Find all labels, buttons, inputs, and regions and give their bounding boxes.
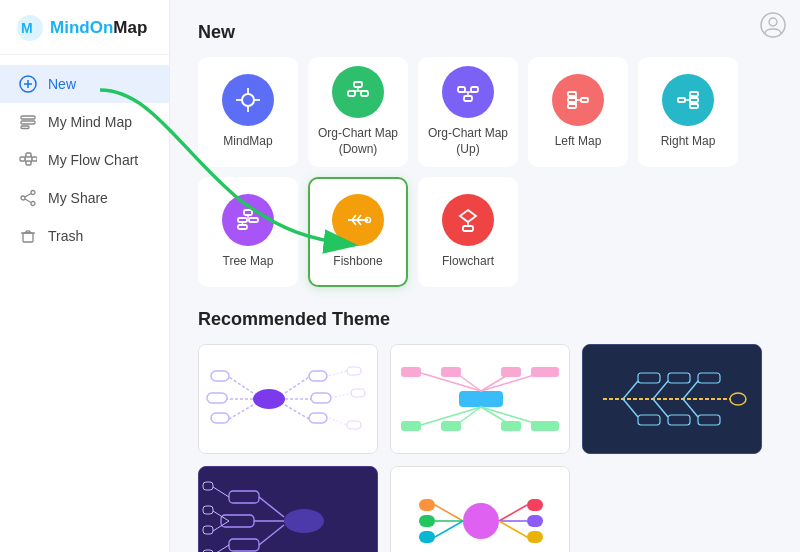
org-chart-down-label: Org-Chart Map (Down) — [310, 126, 406, 157]
map-card-left-map[interactable]: Left Map — [528, 57, 628, 167]
svg-line-20 — [25, 199, 31, 203]
svg-point-28 — [242, 94, 254, 106]
svg-rect-52 — [690, 92, 698, 96]
svg-rect-69 — [463, 226, 473, 231]
sidebar-item-trash[interactable]: Trash — [0, 217, 169, 255]
svg-rect-54 — [690, 104, 698, 108]
svg-rect-105 — [501, 421, 521, 431]
trash-icon — [18, 226, 38, 246]
right-map-icon — [662, 74, 714, 126]
flow-chart-icon — [18, 150, 38, 170]
svg-rect-38 — [464, 96, 472, 101]
theme-4-preview — [199, 467, 377, 552]
svg-rect-150 — [527, 515, 543, 527]
map-card-org-chart-up[interactable]: Org-Chart Map (Up) — [418, 57, 518, 167]
main-content: New MindMap Org-Chart Map (Down) — [170, 0, 800, 552]
svg-rect-95 — [441, 367, 461, 377]
svg-rect-46 — [568, 92, 576, 96]
svg-point-71 — [253, 389, 285, 409]
svg-point-16 — [31, 191, 35, 195]
map-card-tree-map[interactable]: Tree Map — [198, 177, 298, 287]
theme-card-2[interactable] — [390, 344, 570, 454]
svg-line-14 — [31, 155, 32, 159]
svg-text:M: M — [21, 20, 33, 36]
map-card-mindmap[interactable]: MindMap — [198, 57, 298, 167]
sidebar-item-my-share-label: My Share — [48, 190, 108, 206]
map-card-right-map[interactable]: Right Map — [638, 57, 738, 167]
new-section-title: New — [198, 22, 772, 43]
svg-point-18 — [21, 196, 25, 200]
mind-map-icon — [18, 112, 38, 132]
sidebar-item-new-label: New — [48, 76, 76, 92]
left-map-icon — [552, 74, 604, 126]
org-chart-up-icon — [442, 66, 494, 118]
sidebar-item-my-flow-chart[interactable]: My Flow Chart — [0, 141, 169, 179]
map-card-flowchart[interactable]: Flowchart — [418, 177, 518, 287]
svg-rect-5 — [21, 116, 35, 119]
tree-map-icon — [222, 194, 274, 246]
svg-rect-49 — [678, 98, 685, 102]
sidebar-item-my-mind-map-label: My Mind Map — [48, 114, 132, 130]
svg-rect-53 — [690, 98, 698, 102]
svg-rect-148 — [527, 499, 543, 511]
map-card-fishbone[interactable]: Fishbone — [308, 177, 408, 287]
svg-rect-91 — [459, 391, 503, 407]
logo-icon: M — [16, 14, 44, 42]
fishbone-icon — [332, 194, 384, 246]
svg-rect-21 — [23, 233, 33, 242]
mindmap-label: MindMap — [223, 134, 272, 150]
theme-card-5[interactable] — [390, 466, 570, 552]
svg-rect-37 — [361, 91, 368, 96]
theme-card-4[interactable] — [198, 466, 378, 552]
svg-point-27 — [769, 18, 777, 26]
svg-line-12 — [25, 155, 26, 159]
map-card-org-chart-down[interactable]: Org-Chart Map (Down) — [308, 57, 408, 167]
sidebar-item-trash-label: Trash — [48, 228, 83, 244]
left-map-label: Left Map — [555, 134, 602, 150]
theme-1-preview — [199, 345, 377, 453]
svg-point-17 — [31, 202, 35, 206]
svg-rect-10 — [26, 161, 31, 165]
right-map-label: Right Map — [661, 134, 716, 150]
fishbone-label: Fishbone — [333, 254, 382, 270]
svg-rect-60 — [238, 225, 247, 229]
svg-marker-67 — [460, 210, 476, 222]
flowchart-icon — [442, 194, 494, 246]
user-icon — [760, 12, 786, 38]
svg-rect-146 — [419, 531, 435, 543]
tree-map-label: Tree Map — [223, 254, 274, 270]
theme-2-preview — [391, 345, 569, 453]
svg-rect-101 — [401, 421, 421, 431]
svg-rect-8 — [20, 157, 25, 161]
svg-rect-103 — [441, 421, 461, 431]
sidebar-item-my-share[interactable]: My Share — [0, 179, 169, 217]
svg-line-13 — [25, 159, 26, 163]
mindmap-icon — [222, 74, 274, 126]
flowchart-label: Flowchart — [442, 254, 494, 270]
svg-rect-36 — [348, 91, 355, 96]
theme-card-1[interactable] — [198, 344, 378, 454]
svg-point-140 — [463, 503, 499, 539]
svg-rect-57 — [238, 218, 247, 222]
svg-rect-9 — [26, 153, 31, 157]
org-chart-down-icon — [332, 66, 384, 118]
theme-card-3[interactable] — [582, 344, 762, 454]
svg-rect-58 — [249, 218, 258, 222]
user-icon-button[interactable] — [760, 12, 786, 42]
svg-rect-123 — [199, 467, 377, 552]
svg-rect-55 — [244, 210, 252, 215]
svg-rect-6 — [21, 121, 35, 124]
svg-line-15 — [31, 159, 32, 163]
svg-rect-41 — [458, 87, 465, 92]
sidebar-item-new[interactable]: New — [0, 65, 169, 103]
svg-rect-43 — [581, 98, 588, 102]
logo: M MindOnMap — [0, 0, 169, 55]
sidebar-item-my-mind-map[interactable]: My Mind Map — [0, 103, 169, 141]
svg-rect-144 — [419, 515, 435, 527]
svg-rect-47 — [568, 98, 576, 102]
logo-text: MindOnMap — [50, 18, 147, 38]
svg-rect-142 — [419, 499, 435, 511]
new-icon — [18, 74, 38, 94]
svg-rect-7 — [21, 126, 29, 129]
theme-3-preview — [583, 345, 761, 453]
